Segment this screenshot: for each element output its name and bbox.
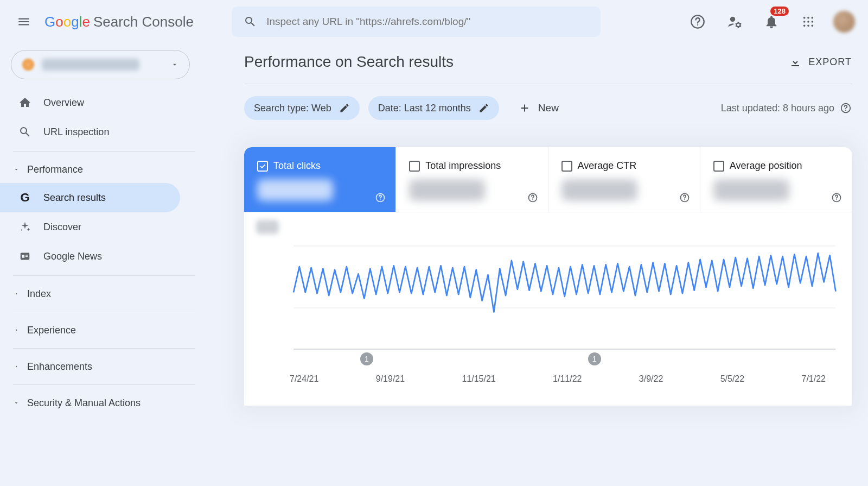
svg-point-7 bbox=[803, 21, 806, 23]
section-label: Enhancements bbox=[27, 361, 92, 373]
notifications-button[interactable]: 128 bbox=[760, 10, 783, 34]
help-icon[interactable] bbox=[679, 192, 690, 203]
metric-average-ctr[interactable]: Average CTR bbox=[548, 147, 700, 212]
spark-icon bbox=[18, 221, 31, 233]
metric-value-redacted bbox=[409, 179, 485, 201]
sidebar-item-label: Google News bbox=[43, 251, 102, 262]
new-label: New bbox=[538, 102, 559, 114]
help-icon[interactable] bbox=[831, 192, 842, 203]
url-inspect-searchbar[interactable] bbox=[232, 7, 601, 37]
hamburger-menu-button[interactable] bbox=[11, 9, 37, 35]
bell-icon bbox=[764, 14, 779, 29]
sidebar-section-enhancements[interactable]: Enhancements bbox=[0, 353, 195, 380]
page-title: Performance on Search results bbox=[244, 53, 454, 71]
line-chart bbox=[257, 224, 839, 365]
sidebar-item-overview[interactable]: Overview bbox=[0, 88, 195, 117]
app-title: Search Console bbox=[93, 14, 194, 30]
last-updated-text: Last updated: 8 hours ago bbox=[721, 103, 834, 114]
chip-label: Search type: Web bbox=[254, 103, 331, 114]
svg-point-6 bbox=[812, 17, 814, 19]
main-content: Performance on Search results EXPORT Sea… bbox=[201, 43, 868, 416]
chip-date-range[interactable]: Date: Last 12 months bbox=[368, 96, 499, 120]
url-inspect-input[interactable] bbox=[266, 16, 589, 28]
sidebar-item-label: URL inspection bbox=[43, 127, 109, 138]
svg-point-12 bbox=[812, 25, 814, 27]
home-icon bbox=[18, 96, 31, 109]
page-header: Performance on Search results EXPORT bbox=[244, 53, 852, 84]
x-tick-label: 3/9/22 bbox=[639, 374, 663, 384]
sidebar-section-security[interactable]: Security & Manual Actions bbox=[0, 389, 195, 416]
metric-total-impressions[interactable]: Total impressions bbox=[396, 147, 548, 212]
svg-rect-16 bbox=[25, 256, 28, 257]
help-icon[interactable] bbox=[840, 102, 852, 114]
sidebar-item-label: Discover bbox=[43, 222, 81, 233]
search-icon bbox=[18, 125, 31, 138]
user-settings-icon bbox=[727, 14, 742, 29]
sidebar-item-label: Overview bbox=[43, 97, 84, 109]
export-button[interactable]: EXPORT bbox=[789, 55, 852, 68]
chip-search-type[interactable]: Search type: Web bbox=[244, 96, 360, 120]
checkbox-unchecked-icon bbox=[713, 161, 724, 172]
google-apps-button[interactable] bbox=[796, 10, 820, 34]
svg-point-10 bbox=[803, 25, 806, 27]
metric-value-redacted bbox=[257, 179, 333, 201]
svg-point-1 bbox=[697, 24, 698, 26]
chart-annotation-bubble[interactable]: 1 bbox=[360, 352, 373, 365]
chart-annotation-bubble[interactable]: 1 bbox=[588, 352, 601, 365]
divider bbox=[13, 312, 195, 312]
metric-total-clicks[interactable]: Total clicks bbox=[244, 147, 396, 212]
svg-point-4 bbox=[803, 17, 806, 19]
chart-area: 11 7/24/219/19/2111/15/211/11/223/9/225/… bbox=[244, 212, 852, 406]
checkbox-unchecked-icon bbox=[409, 161, 420, 172]
x-tick-label: 7/24/21 bbox=[290, 374, 318, 384]
sidebar-section-experience[interactable]: Experience bbox=[0, 317, 195, 344]
metric-label: Total impressions bbox=[425, 160, 501, 172]
sidebar-item-discover[interactable]: Discover bbox=[0, 212, 195, 242]
sidebar-item-search-results[interactable]: G Search results bbox=[0, 183, 180, 212]
x-tick-label: 9/19/21 bbox=[376, 374, 405, 384]
add-filter-button[interactable]: New bbox=[519, 102, 559, 114]
caret-down-icon bbox=[13, 166, 20, 173]
help-icon[interactable] bbox=[527, 192, 538, 203]
svg-point-24 bbox=[684, 199, 685, 200]
divider bbox=[13, 384, 195, 385]
caret-right-icon bbox=[13, 327, 20, 333]
help-button[interactable] bbox=[686, 10, 710, 34]
sidebar-item-url-inspection[interactable]: URL inspection bbox=[0, 117, 195, 147]
checkbox-unchecked-icon bbox=[561, 161, 572, 172]
chip-label: Date: Last 12 months bbox=[378, 103, 471, 114]
pencil-icon bbox=[478, 103, 489, 113]
metric-value-redacted bbox=[561, 179, 637, 201]
metric-label: Total clicks bbox=[273, 160, 321, 172]
svg-point-22 bbox=[532, 199, 533, 200]
x-tick-label: 5/5/22 bbox=[720, 374, 744, 384]
section-label: Security & Manual Actions bbox=[27, 397, 141, 409]
sidebar-item-google-news[interactable]: Google News bbox=[0, 242, 195, 271]
svg-point-8 bbox=[807, 21, 809, 23]
help-icon bbox=[690, 14, 705, 29]
x-axis-labels: 7/24/219/19/2111/15/211/11/223/9/225/5/2… bbox=[290, 374, 826, 384]
sidebar-section-index[interactable]: Index bbox=[0, 280, 195, 307]
news-icon bbox=[18, 250, 31, 262]
filter-row: Search type: Web Date: Last 12 months Ne… bbox=[244, 96, 852, 120]
x-tick-label: 11/15/21 bbox=[462, 374, 495, 384]
divider bbox=[13, 275, 195, 276]
avatar[interactable] bbox=[833, 11, 855, 33]
top-icons: 128 bbox=[686, 10, 855, 34]
svg-point-9 bbox=[812, 21, 814, 23]
metric-average-position[interactable]: Average position bbox=[700, 147, 852, 212]
property-favicon bbox=[22, 59, 34, 71]
help-icon[interactable] bbox=[375, 192, 386, 203]
svg-rect-13 bbox=[21, 253, 30, 260]
caret-right-icon bbox=[13, 363, 20, 370]
hamburger-icon bbox=[17, 15, 31, 29]
svg-point-26 bbox=[836, 199, 837, 200]
last-updated: Last updated: 8 hours ago bbox=[721, 102, 852, 114]
manage-users-button[interactable] bbox=[723, 10, 746, 34]
sidebar-section-performance[interactable]: Performance bbox=[0, 156, 195, 183]
metric-label: Average position bbox=[730, 160, 802, 172]
property-selector[interactable] bbox=[11, 50, 190, 79]
caret-right-icon bbox=[13, 291, 20, 297]
metric-value-redacted bbox=[713, 179, 789, 201]
download-icon bbox=[789, 55, 802, 68]
